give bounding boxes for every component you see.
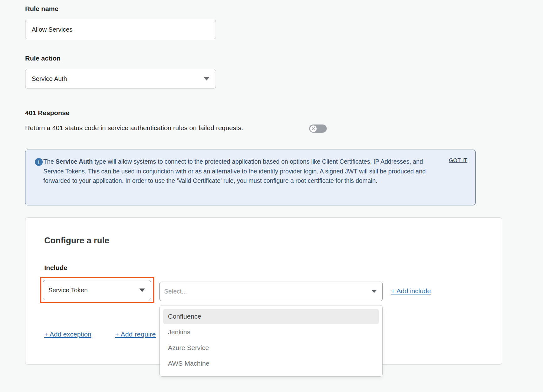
dropdown-option-azure-service[interactable]: Azure Service — [163, 340, 379, 355]
banner-text-before: The — [43, 158, 56, 165]
response-401-toggle[interactable] — [309, 124, 327, 133]
x-icon — [312, 127, 315, 130]
dropdown-option-jenkins[interactable]: Jenkins — [163, 325, 379, 340]
card-title: Configure a rule — [44, 236, 109, 246]
response-401-heading: 401 Response — [25, 109, 69, 117]
toggle-knob — [310, 125, 317, 132]
info-banner: i The Service Auth type will allow syste… — [25, 150, 476, 205]
dropdown-option-aws-machine[interactable]: AWS Machine — [163, 356, 379, 371]
info-icon: i — [35, 158, 43, 166]
chevron-down-icon — [139, 289, 145, 292]
include-label: Include — [44, 264, 67, 272]
rule-name-label: Rule name — [25, 5, 58, 13]
rule-action-label: Rule action — [25, 55, 61, 62]
rule-name-input[interactable]: Allow Services — [25, 20, 216, 39]
banner-text-after: type will allow systems to connect to th… — [43, 158, 426, 184]
include-type-value: Service Token — [48, 287, 88, 294]
banner-text-bold: Service Auth — [56, 158, 93, 165]
include-type-select[interactable]: Service Token — [43, 280, 151, 300]
chevron-down-icon — [372, 290, 377, 293]
add-require-link[interactable]: + Add require — [115, 331, 156, 338]
rule-name-value: Allow Services — [32, 26, 73, 33]
select-placeholder: Select... — [164, 288, 187, 295]
rule-action-select[interactable]: Service Auth — [25, 69, 216, 88]
include-options-panel: Confluence Jenkins Azure Service AWS Mac… — [159, 305, 383, 377]
dropdown-option-confluence[interactable]: Confluence — [163, 309, 379, 324]
add-exception-link[interactable]: + Add exception — [44, 331, 91, 338]
response-401-description: Return a 401 status code in service auth… — [25, 124, 243, 132]
include-value-select[interactable]: Select... — [159, 282, 383, 301]
rule-action-value: Service Auth — [32, 75, 67, 82]
banner-text: The Service Auth type will allow systems… — [43, 157, 441, 186]
got-it-link[interactable]: GOT IT — [449, 157, 467, 164]
configure-rule-card: Configure a rule Include Service Token S… — [25, 217, 502, 365]
chevron-down-icon — [204, 77, 209, 81]
add-include-link[interactable]: + Add include — [391, 287, 431, 295]
annotation-highlight: Service Token — [40, 277, 154, 303]
